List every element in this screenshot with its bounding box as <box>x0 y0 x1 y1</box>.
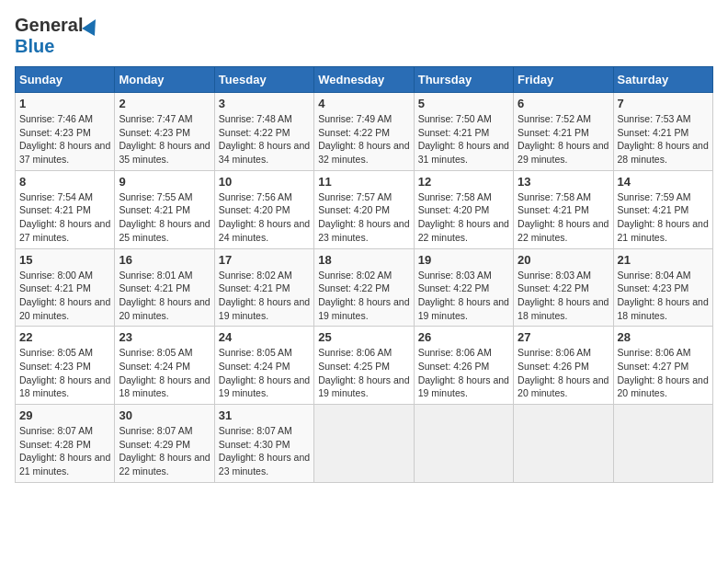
calendar: SundayMondayTuesdayWednesdayThursdayFrid… <box>15 66 713 483</box>
logo-triangle-icon <box>83 16 103 36</box>
day-number: 5 <box>418 97 509 110</box>
day-info: Sunrise: 7:47 AMSunset: 4:23 PMDaylight:… <box>119 112 210 167</box>
calendar-cell: 24Sunrise: 8:05 AMSunset: 4:24 PMDayligh… <box>214 327 313 405</box>
calendar-cell: 22Sunrise: 8:05 AMSunset: 4:23 PMDayligh… <box>16 327 115 405</box>
day-number: 1 <box>19 97 110 110</box>
calendar-cell: 10Sunrise: 7:56 AMSunset: 4:20 PMDayligh… <box>214 170 313 248</box>
calendar-cell: 26Sunrise: 8:06 AMSunset: 4:26 PMDayligh… <box>414 327 513 405</box>
day-info: Sunrise: 8:02 AMSunset: 4:21 PMDaylight:… <box>219 269 310 323</box>
day-number: 15 <box>19 253 110 267</box>
day-number: 2 <box>119 97 210 110</box>
day-number: 24 <box>219 330 310 344</box>
day-info: Sunrise: 7:52 AMSunset: 4:21 PMDaylight:… <box>518 112 609 167</box>
day-number: 16 <box>119 253 210 267</box>
calendar-cell: 21Sunrise: 8:04 AMSunset: 4:23 PMDayligh… <box>613 248 712 327</box>
calendar-cell: 5Sunrise: 7:50 AMSunset: 4:21 PMDaylight… <box>414 93 513 171</box>
logo: General Blue <box>15 15 99 57</box>
day-number: 9 <box>119 175 210 189</box>
weekday-header-monday: Monday <box>115 67 214 93</box>
calendar-cell: 12Sunrise: 7:58 AMSunset: 4:20 PMDayligh… <box>414 170 513 248</box>
weekday-header-thursday: Thursday <box>414 67 513 93</box>
day-info: Sunrise: 7:55 AMSunset: 4:21 PMDaylight:… <box>119 190 210 245</box>
day-number: 6 <box>518 97 609 110</box>
calendar-cell <box>613 405 712 483</box>
day-info: Sunrise: 8:01 AMSunset: 4:21 PMDaylight:… <box>119 269 210 323</box>
day-info: Sunrise: 8:06 AMSunset: 4:26 PMDaylight:… <box>418 346 509 400</box>
day-info: Sunrise: 7:58 AMSunset: 4:21 PMDaylight:… <box>518 190 609 245</box>
day-info: Sunrise: 7:50 AMSunset: 4:21 PMDaylight:… <box>418 112 509 167</box>
day-info: Sunrise: 7:59 AMSunset: 4:21 PMDaylight:… <box>618 190 709 245</box>
day-number: 14 <box>618 175 709 189</box>
calendar-cell: 3Sunrise: 7:48 AMSunset: 4:22 PMDaylight… <box>214 93 313 171</box>
day-number: 17 <box>219 253 310 267</box>
day-info: Sunrise: 7:57 AMSunset: 4:20 PMDaylight:… <box>318 190 409 245</box>
calendar-cell <box>414 405 513 483</box>
day-info: Sunrise: 8:00 AMSunset: 4:21 PMDaylight:… <box>19 269 110 323</box>
calendar-cell <box>314 405 414 483</box>
day-number: 28 <box>618 330 709 344</box>
calendar-cell: 7Sunrise: 7:53 AMSunset: 4:21 PMDaylight… <box>613 93 712 171</box>
day-info: Sunrise: 7:49 AMSunset: 4:22 PMDaylight:… <box>318 112 409 167</box>
weekday-header-saturday: Saturday <box>613 67 712 93</box>
day-info: Sunrise: 8:05 AMSunset: 4:24 PMDaylight:… <box>119 346 210 400</box>
calendar-cell: 28Sunrise: 8:06 AMSunset: 4:27 PMDayligh… <box>613 327 712 405</box>
calendar-cell: 1Sunrise: 7:46 AMSunset: 4:23 PMDaylight… <box>16 93 115 171</box>
calendar-cell: 16Sunrise: 8:01 AMSunset: 4:21 PMDayligh… <box>115 248 214 327</box>
calendar-cell: 13Sunrise: 7:58 AMSunset: 4:21 PMDayligh… <box>514 170 613 248</box>
calendar-cell: 18Sunrise: 8:02 AMSunset: 4:22 PMDayligh… <box>314 248 414 327</box>
day-number: 25 <box>318 330 409 344</box>
day-number: 31 <box>219 408 310 422</box>
day-number: 10 <box>219 175 310 189</box>
calendar-cell: 14Sunrise: 7:59 AMSunset: 4:21 PMDayligh… <box>613 170 712 248</box>
calendar-cell: 25Sunrise: 8:06 AMSunset: 4:25 PMDayligh… <box>314 327 414 405</box>
day-number: 13 <box>518 175 609 189</box>
calendar-cell: 29Sunrise: 8:07 AMSunset: 4:28 PMDayligh… <box>16 405 115 483</box>
calendar-cell: 30Sunrise: 8:07 AMSunset: 4:29 PMDayligh… <box>115 405 214 483</box>
day-number: 30 <box>119 408 210 422</box>
day-number: 4 <box>318 97 409 110</box>
calendar-cell: 2Sunrise: 7:47 AMSunset: 4:23 PMDaylight… <box>115 93 214 171</box>
day-info: Sunrise: 7:46 AMSunset: 4:23 PMDaylight:… <box>19 112 110 167</box>
day-info: Sunrise: 7:54 AMSunset: 4:21 PMDaylight:… <box>19 190 110 245</box>
day-number: 22 <box>19 330 110 344</box>
calendar-cell: 15Sunrise: 8:00 AMSunset: 4:21 PMDayligh… <box>16 248 115 327</box>
day-info: Sunrise: 8:03 AMSunset: 4:22 PMDaylight:… <box>418 269 509 323</box>
day-number: 8 <box>19 175 110 189</box>
logo-text-general: General <box>15 15 83 36</box>
header: General Blue <box>15 15 713 57</box>
calendar-cell: 23Sunrise: 8:05 AMSunset: 4:24 PMDayligh… <box>115 327 214 405</box>
day-number: 11 <box>318 175 409 189</box>
calendar-cell: 17Sunrise: 8:02 AMSunset: 4:21 PMDayligh… <box>214 248 313 327</box>
day-info: Sunrise: 8:03 AMSunset: 4:22 PMDaylight:… <box>518 269 609 323</box>
calendar-cell: 4Sunrise: 7:49 AMSunset: 4:22 PMDaylight… <box>314 93 414 171</box>
day-number: 26 <box>418 330 509 344</box>
day-info: Sunrise: 8:04 AMSunset: 4:23 PMDaylight:… <box>618 269 709 323</box>
day-number: 21 <box>618 253 709 267</box>
weekday-header-friday: Friday <box>514 67 613 93</box>
day-number: 18 <box>318 253 409 267</box>
day-number: 27 <box>518 330 609 344</box>
day-info: Sunrise: 7:58 AMSunset: 4:20 PMDaylight:… <box>418 190 509 245</box>
day-info: Sunrise: 8:05 AMSunset: 4:24 PMDaylight:… <box>219 346 310 400</box>
calendar-cell: 11Sunrise: 7:57 AMSunset: 4:20 PMDayligh… <box>314 170 414 248</box>
calendar-cell: 31Sunrise: 8:07 AMSunset: 4:30 PMDayligh… <box>214 405 313 483</box>
calendar-cell: 6Sunrise: 7:52 AMSunset: 4:21 PMDaylight… <box>514 93 613 171</box>
weekday-header-sunday: Sunday <box>16 67 115 93</box>
calendar-cell: 27Sunrise: 8:06 AMSunset: 4:26 PMDayligh… <box>514 327 613 405</box>
day-info: Sunrise: 8:06 AMSunset: 4:27 PMDaylight:… <box>618 346 709 400</box>
calendar-cell: 20Sunrise: 8:03 AMSunset: 4:22 PMDayligh… <box>514 248 613 327</box>
day-info: Sunrise: 8:07 AMSunset: 4:29 PMDaylight:… <box>119 424 210 478</box>
day-number: 19 <box>418 253 509 267</box>
day-info: Sunrise: 8:05 AMSunset: 4:23 PMDaylight:… <box>19 346 110 400</box>
day-info: Sunrise: 8:07 AMSunset: 4:30 PMDaylight:… <box>219 424 310 478</box>
day-info: Sunrise: 7:53 AMSunset: 4:21 PMDaylight:… <box>618 112 709 167</box>
day-info: Sunrise: 8:06 AMSunset: 4:26 PMDaylight:… <box>518 346 609 400</box>
day-number: 20 <box>518 253 609 267</box>
day-number: 7 <box>618 97 709 110</box>
calendar-cell <box>514 405 613 483</box>
day-number: 29 <box>19 408 110 422</box>
weekday-header-wednesday: Wednesday <box>314 67 414 93</box>
logo-text-blue: Blue <box>15 36 54 57</box>
day-info: Sunrise: 8:02 AMSunset: 4:22 PMDaylight:… <box>318 269 409 323</box>
day-number: 23 <box>119 330 210 344</box>
